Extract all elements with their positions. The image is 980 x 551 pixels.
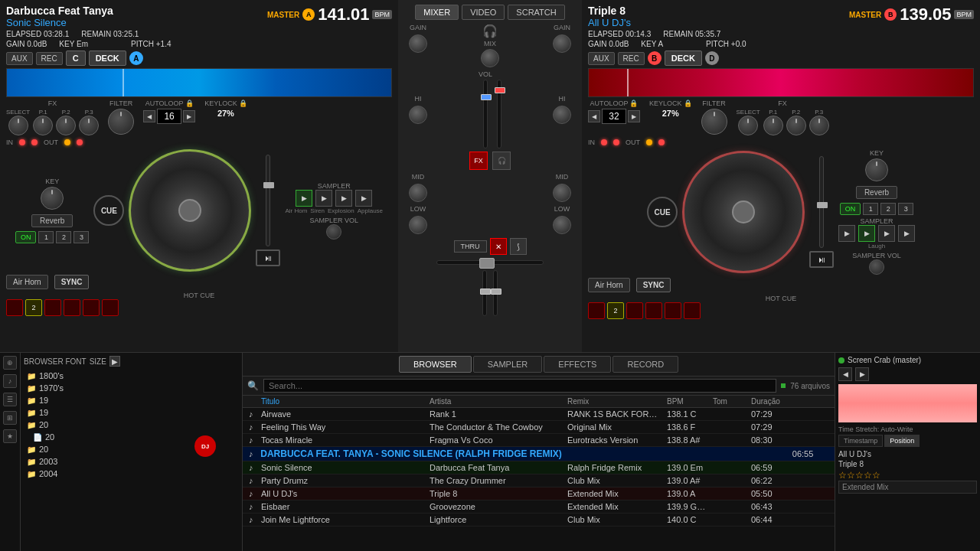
right-tab-position[interactable]: Position — [884, 435, 920, 447]
mixer-hi-left-knob[interactable] — [409, 106, 427, 124]
right-hot-cue-num[interactable]: 2 — [607, 302, 624, 319]
mixer-vol-right-fader[interactable] — [497, 80, 501, 148]
track-row-tocas[interactable]: ♪ Tocas Miracle Fragma Vs Coco Eurotrack… — [243, 434, 835, 447]
right-hot-cue-1[interactable] — [588, 302, 605, 319]
kill-btn-left[interactable]: ✕ — [490, 238, 507, 255]
left-sync-btn[interactable]: SYNC — [54, 275, 90, 289]
th-remix[interactable]: Remix — [564, 397, 664, 406]
left-sampler-btn3[interactable]: ▶ — [335, 190, 352, 207]
left-num2-btn[interactable]: 2 — [56, 231, 71, 243]
right-air-horn-btn[interactable]: Air Horn — [588, 278, 630, 292]
th-bpm[interactable]: BPM — [664, 397, 710, 406]
mixer-mix-knob[interactable] — [481, 49, 499, 67]
mixer-low-right-knob[interactable] — [553, 216, 571, 234]
right-pitch-slider[interactable] — [819, 156, 824, 248]
left-sampler-btn2[interactable]: ▶ — [315, 190, 332, 207]
left-loop-down-btn[interactable]: ◀ — [143, 110, 155, 122]
left-cue-btn[interactable]: CUE — [93, 195, 124, 226]
mixer-extra-right-fader[interactable] — [493, 270, 498, 316]
right-num3-btn[interactable]: 3 — [898, 203, 913, 215]
left-num1-btn[interactable]: 1 — [38, 231, 54, 243]
mixer-hi-right-knob[interactable] — [553, 106, 571, 124]
right-playpause-btn[interactable]: ⏯ — [809, 251, 834, 268]
th-artista[interactable]: Artista — [426, 397, 564, 406]
search-input[interactable] — [263, 379, 776, 393]
left-fx-select-knob[interactable] — [8, 116, 28, 135]
preview-prev-btn[interactable]: ◀ — [838, 367, 852, 381]
left-aux-btn[interactable]: AUX — [6, 52, 33, 65]
right-aux-btn[interactable]: AUX — [588, 52, 615, 65]
sidebar-icon-5[interactable]: ★ — [3, 429, 17, 443]
headphone-cue-btn[interactable]: 🎧 — [492, 152, 511, 170]
right-sync-btn[interactable]: SYNC — [636, 278, 671, 292]
mixer-mid-left-knob[interactable] — [409, 184, 427, 202]
left-air-horn-btn[interactable]: Air Horn — [6, 275, 48, 289]
left-pitch-slider[interactable] — [266, 155, 270, 246]
sidebar-item-20c[interactable]: 📁 20 DJ — [24, 443, 239, 455]
headphone-icon[interactable]: 🎧 — [482, 24, 498, 38]
left-fx-p3-knob[interactable] — [79, 116, 99, 135]
mixer-vol-right-handle[interactable] — [495, 87, 505, 93]
sidebar-icon-2[interactable]: ♪ — [3, 374, 17, 388]
right-pitch-handle[interactable] — [817, 202, 828, 208]
right-key-knob[interactable] — [865, 158, 888, 181]
fx-btn-left[interactable]: FX — [469, 152, 488, 170]
mixer-tab-video[interactable]: VIDEO — [462, 5, 505, 20]
right-hot-cue-4[interactable] — [645, 302, 662, 319]
left-filter-knob[interactable] — [108, 109, 134, 135]
sidebar-item-19a[interactable]: 📁 19 — [24, 394, 239, 406]
right-reverb-btn[interactable]: Reverb — [856, 186, 897, 199]
left-hot-cue-1[interactable] — [6, 299, 23, 316]
left-reverb-btn[interactable]: Reverb — [31, 214, 73, 227]
sidebar-item-20a[interactable]: 📁 20 — [24, 419, 239, 431]
left-sampler-btn4[interactable]: ▶ — [355, 190, 372, 207]
left-sampler-vol-knob[interactable] — [326, 224, 341, 240]
star-rating[interactable]: ☆☆☆☆☆ — [838, 470, 977, 481]
left-deck-btn[interactable]: DECK — [89, 51, 126, 66]
right-hot-cue-3[interactable] — [626, 302, 643, 319]
right-turntable[interactable] — [682, 151, 805, 273]
right-filter-knob[interactable] — [701, 109, 727, 135]
right-on-btn[interactable]: ON — [840, 203, 861, 215]
left-pitch-handle[interactable] — [263, 182, 274, 188]
track-row-eisbaer[interactable]: ♪ Eisbaer Groovezone Extended Mix 139.9 … — [243, 500, 835, 514]
thru-btn[interactable]: THRU — [454, 240, 487, 253]
left-fx-p1-knob[interactable] — [33, 116, 53, 135]
th-titulo[interactable]: Titulo — [258, 397, 426, 406]
right-loop-down-btn[interactable]: ◀ — [588, 110, 600, 122]
left-num3-btn[interactable]: 3 — [74, 231, 89, 243]
track-row-feelingthisway[interactable]: ♪ Feeling This Way The Conductor & The C… — [243, 421, 835, 434]
sidebar-icon-4[interactable]: ⊞ — [3, 411, 17, 425]
browser-tab-sampler[interactable]: SAMPLER — [473, 356, 543, 373]
right-sampler-btn2[interactable]: ▶ — [858, 225, 875, 242]
left-hot-cue-6[interactable] — [102, 299, 119, 316]
track-row-airwave[interactable]: ♪ Airwave Rank 1 RANK 1S BACK FORCE... 1… — [243, 408, 835, 421]
left-sampler-play-btn[interactable]: ▶ — [296, 190, 312, 207]
mixer-low-left-knob[interactable] — [409, 216, 427, 234]
left-playpause-btn[interactable]: ⏯ — [256, 249, 280, 266]
sidebar-icon-1[interactable]: ⊕ — [3, 356, 17, 370]
right-fx-p2-knob[interactable] — [786, 116, 806, 135]
left-rec-btn[interactable]: REC — [36, 52, 63, 65]
preview-next-btn[interactable]: ▶ — [855, 367, 869, 381]
track-row-joinme[interactable]: ♪ Join Me Lightforce Lightforce Club Mix… — [243, 514, 835, 527]
track-row-partydrumz[interactable]: ♪ Party Drumz The Crazy Drummer Club Mix… — [243, 474, 835, 487]
sidebar-item-2003[interactable]: 📁 2003 — [24, 455, 239, 468]
right-loop-up-btn[interactable]: ▶ — [628, 110, 640, 122]
track-row-banner[interactable]: ♪ DARBUCCA FEAT. TANYA - SONIC SILENCE (… — [243, 447, 835, 461]
left-hot-cue-4[interactable] — [64, 299, 80, 316]
mixer-gain-right-knob[interactable] — [553, 34, 571, 53]
left-key-knob[interactable] — [41, 187, 64, 210]
browser-tab-record[interactable]: RECORD — [612, 356, 678, 373]
mixer-extra-left-handle[interactable] — [480, 289, 491, 295]
sidebar-item-1800s[interactable]: 📁 1800's — [24, 370, 239, 382]
left-hot-cue-num[interactable]: 2 — [25, 299, 42, 316]
sidebar-item-2004[interactable]: 📁 2004 — [24, 468, 239, 480]
right-deck-btn[interactable]: DECK — [665, 51, 702, 66]
left-turntable[interactable] — [129, 149, 251, 272]
mixer-tab-mixer[interactable]: MIXER — [415, 5, 459, 20]
kill-btn-right[interactable]: ⟆ — [510, 238, 527, 255]
right-rec-btn[interactable]: REC — [618, 52, 645, 65]
right-hot-cue-5[interactable] — [665, 302, 681, 319]
mixer-vol-left-handle[interactable] — [481, 94, 492, 100]
